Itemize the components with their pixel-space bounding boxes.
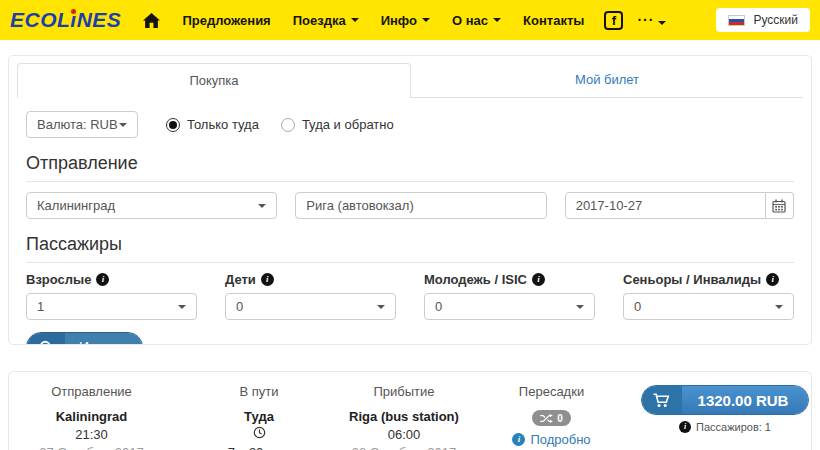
chevron-down-icon <box>351 18 359 22</box>
duration-time: 7 ч 30 мин <box>174 445 344 450</box>
buy-ticket-button[interactable]: 1320.00 RUB <box>641 385 810 415</box>
info-icon: i <box>512 433 525 446</box>
arrival-time: 06:00 <box>344 427 464 442</box>
result-arrival: Прибытие Riga (bus station) 06:00 28 Окт… <box>344 384 464 450</box>
info-icon[interactable]: i <box>96 273 109 286</box>
info-icon: i <box>679 421 691 433</box>
facebook-icon[interactable]: f <box>604 11 623 30</box>
seniors-select[interactable]: 0 <box>623 293 794 320</box>
children-select[interactable]: 0 <box>225 293 396 320</box>
details-link[interactable]: i Подробно <box>464 432 639 447</box>
radio-dot <box>281 118 295 132</box>
result-transfers: Пересадки 0 i Подробно <box>464 384 639 450</box>
result-departure: Отправление Kaliningrad 21:30 27 Октябрь… <box>9 384 174 450</box>
date-input[interactable]: 2017-10-27 <box>565 192 766 219</box>
nav-item-offers[interactable]: Предложения <box>182 13 270 28</box>
home-icon[interactable] <box>143 13 160 28</box>
tabs: Покупка Мой билет <box>9 56 811 98</box>
chevron-down-icon <box>775 305 783 309</box>
youth-select[interactable]: 0 <box>424 293 595 320</box>
nav-item-about[interactable]: О нас <box>452 13 501 28</box>
duration-direction: Туда <box>174 409 344 424</box>
info-icon[interactable]: i <box>766 273 779 286</box>
language-selector[interactable]: Русский <box>716 8 810 32</box>
search-panel: Покупка Мой билет Валюта: RUB Только туд… <box>8 55 812 345</box>
search-button-label: Искать <box>65 333 142 345</box>
tab-my-ticket[interactable]: Мой билет <box>411 63 803 98</box>
result-price: 1320.00 RUB i Пассажиров: 1 <box>639 384 811 450</box>
arrival-city: Riga (bus station) <box>344 409 464 424</box>
adults-select[interactable]: 1 <box>26 293 197 320</box>
nav-item-contacts[interactable]: Контакты <box>523 13 584 28</box>
seniors-label: Сеньоры / Инвалидыi <box>623 272 794 287</box>
transfers-badge: 0 <box>532 410 571 426</box>
departure-city: Kaliningrad <box>9 409 174 424</box>
departure-time: 21:30 <box>9 427 174 442</box>
transfers-count: 0 <box>557 413 563 424</box>
search-icon <box>27 333 65 345</box>
chevron-down-icon <box>119 123 127 127</box>
passengers-note: i Пассажиров: 1 <box>639 421 811 433</box>
info-icon[interactable]: i <box>261 273 274 286</box>
price-amount: 1320.00 RUB <box>682 386 809 414</box>
radio-dot <box>166 118 180 132</box>
chevron-down-icon <box>377 305 385 309</box>
calendar-icon[interactable] <box>766 192 794 219</box>
chevron-down-icon <box>178 305 186 309</box>
nav-item-trip[interactable]: Поездка <box>293 13 359 28</box>
result-duration: В пути Туда 7 ч 30 мин <box>174 384 344 450</box>
origin-select[interactable]: Калининград <box>26 192 277 219</box>
radio-round-trip[interactable]: Туда и обратно <box>281 117 394 132</box>
language-label: Русский <box>753 13 798 27</box>
search-button[interactable]: Искать <box>26 332 143 345</box>
chevron-down-icon <box>658 21 666 25</box>
ecolines-logo[interactable]: ECOLıNES <box>10 8 121 32</box>
arrival-date: 28 Октябрь, 2017 <box>344 445 464 450</box>
youth-label: Молодежь / ISICi <box>424 272 595 287</box>
cart-icon <box>642 386 682 414</box>
passengers-section-title: Пассажиры <box>26 234 794 263</box>
departure-date: 27 Октябрь, 2017 <box>9 445 174 450</box>
shuffle-icon <box>540 414 553 423</box>
chevron-down-icon <box>422 18 430 22</box>
ellipsis-icon: ··· <box>637 12 654 28</box>
currency-select[interactable]: Валюта: RUB <box>26 111 138 138</box>
destination-select[interactable]: Рига (автовокзал) <box>295 192 546 219</box>
russian-flag-icon <box>728 15 745 26</box>
adults-label: Взрослыеi <box>26 272 197 287</box>
nav-item-info[interactable]: Инфо <box>381 13 430 28</box>
top-navbar: ECOLıNES Предложения Поездка Инфо О нас … <box>0 0 820 40</box>
tab-purchase[interactable]: Покупка <box>17 63 411 98</box>
radio-one-way[interactable]: Только туда <box>166 117 259 132</box>
chevron-down-icon <box>576 305 584 309</box>
info-icon[interactable]: i <box>532 273 545 286</box>
search-result-row: Отправление Kaliningrad 21:30 27 Октябрь… <box>8 371 812 450</box>
clock-icon <box>174 426 344 442</box>
logo-text: ECOL <box>10 8 70 31</box>
chevron-down-icon <box>258 204 266 208</box>
chevron-down-icon <box>493 18 501 22</box>
more-menu[interactable]: ··· <box>637 12 666 28</box>
departure-section-title: Отправление <box>26 153 794 182</box>
children-label: Детиi <box>225 272 396 287</box>
